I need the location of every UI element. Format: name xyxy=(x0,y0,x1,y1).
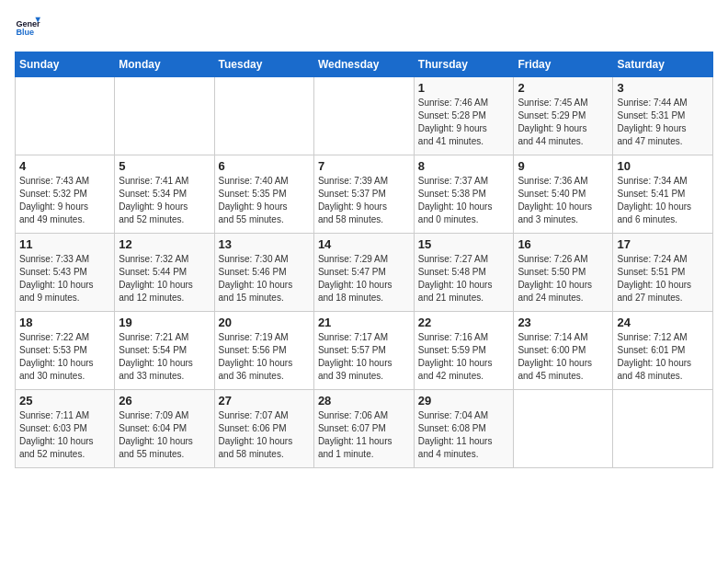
day-info: Sunrise: 7:33 AM Sunset: 5:43 PM Dayligh… xyxy=(19,253,110,304)
calendar-cell: 19Sunrise: 7:21 AM Sunset: 5:54 PM Dayli… xyxy=(115,312,214,390)
day-info: Sunrise: 7:27 AM Sunset: 5:48 PM Dayligh… xyxy=(418,253,510,304)
day-info: Sunrise: 7:22 AM Sunset: 5:53 PM Dayligh… xyxy=(19,331,110,383)
calendar-cell: 12Sunrise: 7:32 AM Sunset: 5:44 PM Dayli… xyxy=(115,234,214,312)
calendar-cell: 15Sunrise: 7:27 AM Sunset: 5:48 PM Dayli… xyxy=(414,234,514,312)
day-number: 29 xyxy=(418,394,510,408)
weekday-header-sunday: Sunday xyxy=(16,52,115,77)
calendar-cell: 29Sunrise: 7:04 AM Sunset: 6:08 PM Dayli… xyxy=(414,390,514,468)
day-number: 20 xyxy=(219,316,310,329)
day-info: Sunrise: 7:39 AM Sunset: 5:37 PM Dayligh… xyxy=(318,175,410,226)
day-number: 4 xyxy=(19,159,110,173)
calendar-cell: 9Sunrise: 7:36 AM Sunset: 5:40 PM Daylig… xyxy=(514,155,613,234)
calendar-cell xyxy=(214,77,313,155)
day-number: 25 xyxy=(19,394,110,408)
day-info: Sunrise: 7:19 AM Sunset: 5:56 PM Dayligh… xyxy=(219,331,310,383)
calendar-cell: 28Sunrise: 7:06 AM Sunset: 6:07 PM Dayli… xyxy=(313,390,414,468)
weekday-header-row: SundayMondayTuesdayWednesdayThursdayFrid… xyxy=(16,52,713,77)
day-info: Sunrise: 7:09 AM Sunset: 6:04 PM Dayligh… xyxy=(119,409,210,461)
svg-text:General: General xyxy=(16,19,40,29)
day-number: 2 xyxy=(518,81,609,95)
day-info: Sunrise: 7:36 AM Sunset: 5:40 PM Dayligh… xyxy=(518,175,609,226)
day-info: Sunrise: 7:40 AM Sunset: 5:35 PM Dayligh… xyxy=(219,175,310,226)
day-info: Sunrise: 7:04 AM Sunset: 6:08 PM Dayligh… xyxy=(418,409,510,461)
day-info: Sunrise: 7:41 AM Sunset: 5:34 PM Dayligh… xyxy=(119,175,210,226)
calendar-cell: 8Sunrise: 7:37 AM Sunset: 5:38 PM Daylig… xyxy=(414,155,514,234)
day-number: 16 xyxy=(518,237,609,251)
day-info: Sunrise: 7:06 AM Sunset: 6:07 PM Dayligh… xyxy=(318,409,410,461)
logo-icon: General Blue xyxy=(15,15,40,40)
svg-text:Blue: Blue xyxy=(16,28,34,37)
calendar-cell xyxy=(613,390,713,468)
day-number: 18 xyxy=(19,316,110,329)
week-row-2: 4Sunrise: 7:43 AM Sunset: 5:32 PM Daylig… xyxy=(16,155,713,234)
day-number: 27 xyxy=(219,394,310,408)
day-number: 10 xyxy=(617,159,709,173)
calendar-cell: 25Sunrise: 7:11 AM Sunset: 6:03 PM Dayli… xyxy=(16,390,115,468)
week-row-3: 11Sunrise: 7:33 AM Sunset: 5:43 PM Dayli… xyxy=(16,234,713,312)
weekday-header-tuesday: Tuesday xyxy=(214,52,313,77)
day-number: 6 xyxy=(219,159,310,173)
calendar-cell: 21Sunrise: 7:17 AM Sunset: 5:57 PM Dayli… xyxy=(313,312,414,390)
day-info: Sunrise: 7:14 AM Sunset: 6:00 PM Dayligh… xyxy=(518,331,609,383)
weekday-header-wednesday: Wednesday xyxy=(313,52,414,77)
calendar-cell xyxy=(115,77,214,155)
calendar-cell: 4Sunrise: 7:43 AM Sunset: 5:32 PM Daylig… xyxy=(16,155,115,234)
calendar-cell: 2Sunrise: 7:45 AM Sunset: 5:29 PM Daylig… xyxy=(514,77,613,155)
day-number: 5 xyxy=(119,159,210,173)
day-number: 23 xyxy=(518,316,609,329)
day-info: Sunrise: 7:29 AM Sunset: 5:47 PM Dayligh… xyxy=(318,253,410,304)
day-info: Sunrise: 7:34 AM Sunset: 5:41 PM Dayligh… xyxy=(617,175,709,226)
day-number: 24 xyxy=(617,316,709,329)
calendar-cell: 17Sunrise: 7:24 AM Sunset: 5:51 PM Dayli… xyxy=(613,234,713,312)
calendar-cell: 7Sunrise: 7:39 AM Sunset: 5:37 PM Daylig… xyxy=(313,155,414,234)
calendar-cell: 1Sunrise: 7:46 AM Sunset: 5:28 PM Daylig… xyxy=(414,77,514,155)
calendar-cell: 14Sunrise: 7:29 AM Sunset: 5:47 PM Dayli… xyxy=(313,234,414,312)
calendar-cell: 26Sunrise: 7:09 AM Sunset: 6:04 PM Dayli… xyxy=(115,390,214,468)
page-header: General Blue xyxy=(15,15,713,40)
day-info: Sunrise: 7:30 AM Sunset: 5:46 PM Dayligh… xyxy=(219,253,310,304)
day-info: Sunrise: 7:44 AM Sunset: 5:31 PM Dayligh… xyxy=(617,97,709,148)
weekday-header-thursday: Thursday xyxy=(414,52,514,77)
day-number: 17 xyxy=(617,237,709,251)
calendar-cell: 3Sunrise: 7:44 AM Sunset: 5:31 PM Daylig… xyxy=(613,77,713,155)
day-info: Sunrise: 7:17 AM Sunset: 5:57 PM Dayligh… xyxy=(318,331,410,383)
day-info: Sunrise: 7:26 AM Sunset: 5:50 PM Dayligh… xyxy=(518,253,609,304)
week-row-4: 18Sunrise: 7:22 AM Sunset: 5:53 PM Dayli… xyxy=(16,312,713,390)
day-number: 22 xyxy=(418,316,510,329)
day-number: 8 xyxy=(418,159,510,173)
day-info: Sunrise: 7:16 AM Sunset: 5:59 PM Dayligh… xyxy=(418,331,510,383)
day-number: 7 xyxy=(318,159,410,173)
day-info: Sunrise: 7:43 AM Sunset: 5:32 PM Dayligh… xyxy=(19,175,110,226)
day-number: 21 xyxy=(318,316,410,329)
weekday-header-saturday: Saturday xyxy=(613,52,713,77)
calendar-cell: 13Sunrise: 7:30 AM Sunset: 5:46 PM Dayli… xyxy=(214,234,313,312)
day-number: 11 xyxy=(19,237,110,251)
day-info: Sunrise: 7:37 AM Sunset: 5:38 PM Dayligh… xyxy=(418,175,510,226)
calendar-cell: 27Sunrise: 7:07 AM Sunset: 6:06 PM Dayli… xyxy=(214,390,313,468)
calendar-cell: 10Sunrise: 7:34 AM Sunset: 5:41 PM Dayli… xyxy=(613,155,713,234)
day-number: 14 xyxy=(318,237,410,251)
day-info: Sunrise: 7:11 AM Sunset: 6:03 PM Dayligh… xyxy=(19,409,110,461)
weekday-header-monday: Monday xyxy=(115,52,214,77)
day-number: 15 xyxy=(418,237,510,251)
logo: General Blue xyxy=(15,15,44,40)
calendar-table: SundayMondayTuesdayWednesdayThursdayFrid… xyxy=(15,52,713,468)
day-info: Sunrise: 7:46 AM Sunset: 5:28 PM Dayligh… xyxy=(418,97,510,148)
calendar-cell: 18Sunrise: 7:22 AM Sunset: 5:53 PM Dayli… xyxy=(16,312,115,390)
day-info: Sunrise: 7:07 AM Sunset: 6:06 PM Dayligh… xyxy=(219,409,310,461)
calendar-cell: 11Sunrise: 7:33 AM Sunset: 5:43 PM Dayli… xyxy=(16,234,115,312)
day-number: 26 xyxy=(119,394,210,408)
calendar-cell: 16Sunrise: 7:26 AM Sunset: 5:50 PM Dayli… xyxy=(514,234,613,312)
day-number: 28 xyxy=(318,394,410,408)
calendar-cell xyxy=(16,77,115,155)
calendar-cell: 24Sunrise: 7:12 AM Sunset: 6:01 PM Dayli… xyxy=(613,312,713,390)
day-number: 19 xyxy=(119,316,210,329)
calendar-cell xyxy=(514,390,613,468)
calendar-cell: 6Sunrise: 7:40 AM Sunset: 5:35 PM Daylig… xyxy=(214,155,313,234)
calendar-cell: 5Sunrise: 7:41 AM Sunset: 5:34 PM Daylig… xyxy=(115,155,214,234)
calendar-cell xyxy=(313,77,414,155)
day-info: Sunrise: 7:21 AM Sunset: 5:54 PM Dayligh… xyxy=(119,331,210,383)
day-info: Sunrise: 7:24 AM Sunset: 5:51 PM Dayligh… xyxy=(617,253,709,304)
day-number: 3 xyxy=(617,81,709,95)
day-number: 13 xyxy=(219,237,310,251)
